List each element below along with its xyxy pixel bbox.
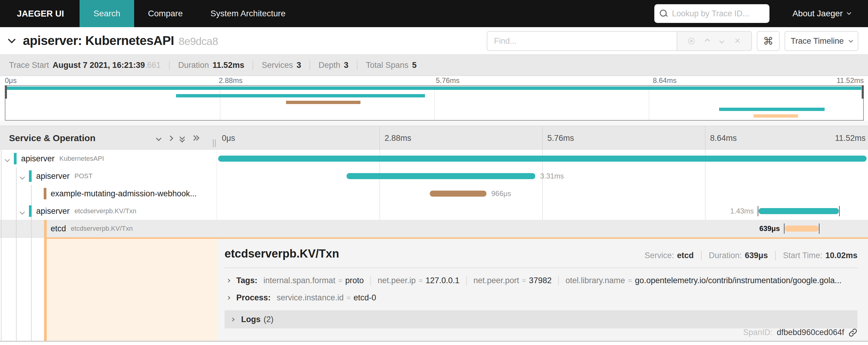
span-row-timeline: 1.43ms [217, 202, 868, 220]
span-service-operation: etcdetcdserverpb.KV/Txn [51, 220, 133, 237]
span-table: apiserverKubernetesAPI apiserverPOST 3.3… [0, 150, 868, 341]
minimap-gap [0, 121, 868, 126]
stat-depth: Depth 3 [310, 61, 357, 70]
process-section[interactable]: Process: service.instance.id=etcd-0 [224, 293, 858, 303]
span-bar[interactable]: 639μs [785, 226, 818, 232]
process-item: service.instance.id=etcd-0 [277, 293, 383, 303]
stat-trace-start: Trace Start August 7 2021, 16:21:39.661 [9, 61, 169, 70]
tick-label: 8.64ms [653, 76, 677, 85]
trace-view-selector[interactable]: Trace Timeline [784, 31, 858, 51]
span-bar[interactable]: 1.43ms [758, 208, 839, 214]
minimap-gridline [434, 86, 435, 120]
timeline-tick: 0μs [222, 126, 235, 150]
stat-label: Services [261, 61, 293, 70]
process-label: Process: [236, 293, 271, 303]
span-color-indicator [29, 205, 32, 217]
collapse-one-icon[interactable] [156, 136, 161, 141]
stat-value: 5 [412, 61, 416, 70]
span-bar[interactable] [218, 155, 867, 162]
span-row-timeline: 966μs [217, 185, 868, 202]
span-duration-label: 966μs [491, 189, 511, 198]
minimap-span-bar [719, 108, 825, 111]
minimap-tick-labels: 0μs 2.88ms 5.76ms 8.64ms 11.52ms [0, 76, 868, 85]
find-input[interactable] [494, 36, 670, 46]
span-id-label: SpanID: [743, 328, 773, 337]
span-bar[interactable]: 3.31ms [347, 173, 535, 179]
span-row-webhook[interactable]: example-mutating-admission-webhook... 96… [0, 185, 868, 202]
expand-one-icon[interactable] [167, 136, 173, 141]
jaeger-trace-page: JAEGER UI Search Compare System Architec… [0, 0, 868, 345]
app-brand[interactable]: JAEGER UI [0, 0, 80, 27]
stat-value: 3 [297, 61, 301, 70]
nav-item-search[interactable]: Search [80, 0, 134, 27]
collapse-children-icon[interactable] [21, 209, 24, 215]
expand-all-icon[interactable] [193, 135, 198, 141]
panel-bottom-border [0, 341, 868, 342]
minimap-span-bar [7, 87, 861, 90]
timeline-tick: 8.64ms [710, 126, 737, 150]
chevron-right-icon [226, 279, 230, 283]
trace-id-lookup-input[interactable] [672, 9, 764, 19]
find-controls: × [677, 31, 752, 51]
collapse-all-icon[interactable] [180, 135, 185, 141]
column-resize-handle[interactable] [213, 139, 217, 147]
span-row-apiserver-kubernetesapi[interactable]: apiserverKubernetesAPI [0, 150, 868, 167]
span-row-etcd-txn-selected[interactable]: etcdetcdserverpb.KV/Txn 639μs [0, 220, 868, 237]
about-jaeger-menu[interactable]: About Jaeger [792, 9, 850, 19]
tags-section[interactable]: Tags: internal.span.format=proto net.pee… [224, 276, 858, 285]
prev-match-icon[interactable] [705, 38, 710, 44]
nav-item-compare[interactable]: Compare [134, 0, 196, 27]
stat-label: Depth [318, 61, 340, 70]
span-id-value: dfbebd960ced064f [777, 328, 844, 337]
span-duration-label: 3.31ms [540, 172, 564, 181]
tag-item: otel.library.name=go.opentelemetry.io/co… [558, 276, 848, 285]
stat-label: Trace Start [9, 61, 49, 70]
logs-section[interactable]: Logs (2) [224, 310, 858, 328]
span-duration-label: 639μs [759, 224, 780, 233]
chevron-down-icon [848, 38, 852, 42]
span-detail-panel: etcdserverpb.KV/Txn Service:etcd Duratio… [217, 239, 868, 341]
span-row-apiserver-post[interactable]: apiserverPOST 3.31ms [0, 167, 868, 185]
trace-stats-bar: Trace Start August 7 2021, 16:21:39.661 … [0, 54, 868, 76]
about-jaeger-label: About Jaeger [792, 9, 843, 19]
nav-item-system-architecture[interactable]: System Architecture [196, 0, 299, 27]
span-service-operation: apiserveretcdserverpb.KV/Txn [36, 202, 136, 220]
stat-value: 3 [344, 61, 348, 70]
service-operation-header: Service & Operation [9, 126, 96, 150]
span-row-apiserver-etcd-txn[interactable]: apiserveretcdserverpb.KV/Txn 1.43ms [0, 202, 868, 220]
next-match-icon[interactable] [719, 38, 724, 44]
viewrange-left-handle[interactable] [5, 85, 7, 98]
clear-find-icon[interactable]: × [735, 35, 741, 46]
collapse-children-icon[interactable] [5, 157, 9, 163]
span-row-timeline: 3.31ms [217, 167, 868, 185]
focus-match-icon[interactable] [688, 38, 695, 44]
tag-item: net.peer.ip=127.0.0.1 [370, 276, 466, 285]
keyboard-shortcuts-button[interactable]: ⌘ [757, 31, 780, 51]
span-row-timeline: 639μs [217, 220, 868, 237]
selected-span-left-highlight [47, 237, 217, 341]
minimap-span-bar [753, 114, 798, 118]
copy-link-icon[interactable] [848, 328, 858, 337]
stat-label: Total Spans [366, 61, 408, 70]
tag-item: net.peer.port=37982 [466, 276, 558, 285]
collapse-children-icon[interactable] [21, 175, 24, 180]
timeline-tick: 2.88ms [384, 126, 411, 150]
stat-duration: Duration 11.52ms [169, 61, 253, 70]
span-bar[interactable]: 966μs [430, 191, 487, 197]
span-color-indicator [44, 188, 46, 199]
stat-total-spans: Total Spans 5 [357, 61, 425, 70]
stat-label: Duration [178, 61, 209, 70]
span-id-row: SpanID: dfbebd960ced064f [743, 328, 858, 337]
trace-view-label: Trace Timeline [790, 36, 844, 46]
minimap-gridline [220, 86, 220, 120]
trace-minimap[interactable] [5, 85, 864, 121]
logs-label: Logs [241, 315, 261, 324]
collapse-trace-chevron-icon[interactable] [8, 36, 16, 43]
minimap-span-bar [176, 94, 425, 97]
timeline-tick: 5.76ms [547, 126, 574, 150]
trace-title: apiserver: KubernetesAPI 8e9dca8 [23, 33, 218, 48]
logs-count: (2) [264, 315, 274, 324]
detail-accent-border [44, 237, 868, 239]
span-color-indicator [29, 170, 32, 182]
viewrange-right-handle[interactable] [862, 85, 864, 98]
